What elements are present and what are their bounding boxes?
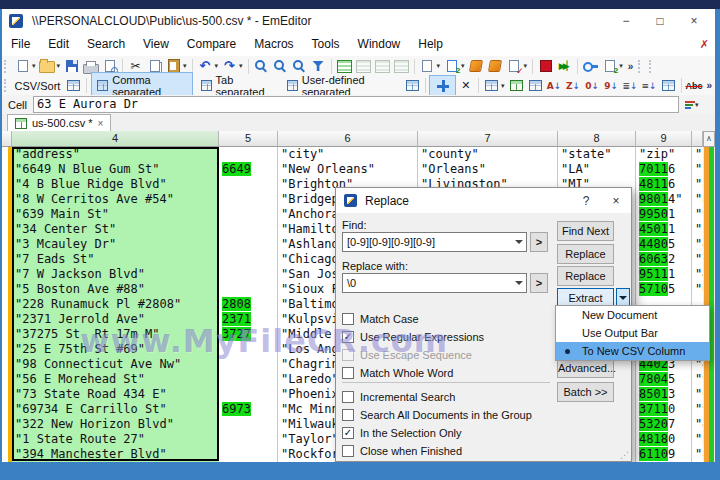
- cell-zip[interactable]: 48116: [636, 177, 692, 192]
- cell-address[interactable]: "7 Eads St": [12, 252, 219, 267]
- sort-az-ascending-icon[interactable]: A↓: [545, 77, 564, 94]
- run-macro-icon[interactable]: ▶▶▏: [555, 58, 574, 75]
- cell-extracted-number[interactable]: 2808: [219, 297, 278, 312]
- open-file-dropdown-icon[interactable]: ▾: [57, 62, 61, 70]
- csv-options-icon[interactable]: [403, 77, 422, 94]
- sort-numeric-descending-icon[interactable]: 9↓: [602, 77, 621, 94]
- find-expand-button[interactable]: >: [530, 232, 548, 252]
- close-button[interactable]: ×: [677, 11, 711, 31]
- menu-compare[interactable]: Compare: [178, 34, 245, 54]
- menu-macros[interactable]: Macros: [245, 34, 302, 54]
- dialog-close-button[interactable]: ×: [601, 194, 631, 208]
- unchecked-checkbox-icon[interactable]: [342, 367, 354, 379]
- macro-start-icon[interactable]: [467, 58, 486, 75]
- cell-zip[interactable]: 98014": [636, 192, 692, 207]
- cell-zip[interactable]: 57105: [636, 282, 692, 297]
- cell-extracted-number[interactable]: [219, 177, 278, 192]
- batch-button[interactable]: Batch >>: [557, 382, 614, 402]
- advanced-filter-icon[interactable]: ▾: [685, 101, 701, 109]
- replace-combobox[interactable]: \0: [342, 273, 527, 293]
- undo-dropdown-icon[interactable]: ▾: [215, 62, 219, 70]
- toolbar-grip[interactable]: [4, 79, 9, 92]
- menu-item-use-output-bar[interactable]: Use Output Bar: [556, 324, 709, 342]
- cell-extracted-number[interactable]: [219, 387, 278, 402]
- sort-za-descending-icon[interactable]: Z↓: [564, 77, 583, 94]
- menu-view[interactable]: View: [134, 34, 178, 54]
- cell-zip[interactable]: 85013: [636, 387, 692, 402]
- save-icon[interactable]: [62, 58, 81, 75]
- cell-phone-partial[interactable]: "6: [692, 387, 703, 402]
- find-combobox[interactable]: [0-9][0-9][0-9][0-9]: [342, 232, 527, 252]
- cell-address[interactable]: "639 Main St": [12, 207, 219, 222]
- move-column-icon[interactable]: [429, 75, 456, 96]
- properties-key-icon[interactable]: [581, 58, 600, 75]
- cell-phone-partial[interactable]: "3: [692, 432, 703, 447]
- cell-phone-partial[interactable]: "9: [692, 207, 703, 222]
- tab-us-500-csv[interactable]: us-500.csv * ×: [7, 114, 111, 131]
- cell-phone-partial[interactable]: "8: [692, 192, 703, 207]
- toolbar-grip[interactable]: [4, 60, 9, 73]
- remove-duplicates-icon[interactable]: Abc: [684, 77, 703, 94]
- macro-save-icon[interactable]: [486, 58, 505, 75]
- cell-phone-partial[interactable]: "5: [692, 162, 703, 177]
- checkbox-use-regular-expressions[interactable]: ✓Use Regular Expressions: [342, 330, 484, 343]
- redo-dropdown-icon[interactable]: ▾: [239, 62, 243, 70]
- cell-zip[interactable]: 37110: [636, 402, 692, 417]
- checkbox-incremental-search[interactable]: Incremental Search: [342, 390, 455, 403]
- menu-edit[interactable]: Edit: [39, 34, 78, 54]
- cell-address[interactable]: "2371 Jerrold Ave": [12, 312, 219, 327]
- cell-address[interactable]: "3 Mcauley Dr": [12, 237, 219, 252]
- csv-tools-icon[interactable]: ✕: [456, 77, 475, 94]
- scripting-icon[interactable]: [600, 58, 619, 75]
- cell-extracted-number[interactable]: [219, 267, 278, 282]
- unchecked-checkbox-icon[interactable]: [342, 409, 354, 421]
- checkbox-search-all-documents-in-the-group[interactable]: Search All Documents in the Group: [342, 408, 532, 421]
- toolbar-overflow-chevron[interactable]: »: [628, 61, 634, 72]
- insert-column-dropdown-icon[interactable]: ▾: [501, 82, 505, 90]
- snippets-icon[interactable]: [418, 58, 437, 75]
- cell-address[interactable]: "394 Manchester Blvd": [12, 447, 219, 462]
- cell-address[interactable]: "69734 E Carrillo St": [12, 402, 219, 417]
- dialog-help-button[interactable]: ?: [571, 194, 601, 208]
- cell-extracted-number[interactable]: [219, 372, 278, 387]
- cell-city[interactable]: "New Orleans": [278, 162, 418, 177]
- column-header-9[interactable]: 9: [636, 131, 692, 147]
- cell-address[interactable]: "56 E Morehead St": [12, 372, 219, 387]
- cell-address[interactable]: "37275 St Rt 17m M": [12, 327, 219, 342]
- toolbar-overflow-chevron[interactable]: »: [706, 80, 712, 91]
- plugins-dropdown-icon[interactable]: ▾: [461, 62, 465, 70]
- cell-address[interactable]: "5 Boston Ave #88": [12, 282, 219, 297]
- cell-zip[interactable]: 99501: [636, 207, 692, 222]
- snippets-dropdown-icon[interactable]: ▾: [437, 62, 441, 70]
- unchecked-checkbox-icon[interactable]: [342, 313, 354, 325]
- checked-checkbox-icon[interactable]: ✓: [342, 331, 354, 343]
- cell-phone-partial[interactable]: "9: [692, 372, 703, 387]
- cell-extracted-number[interactable]: 3727: [219, 327, 278, 342]
- menu-help[interactable]: Help: [409, 34, 452, 54]
- plugins-icon[interactable]: [442, 58, 461, 75]
- cell-zip[interactable]: 44805: [636, 237, 692, 252]
- cell-address[interactable]: "25 E 75th St #69": [12, 342, 219, 357]
- cell-zip[interactable]: "zip": [636, 147, 692, 162]
- cell-phone-partial[interactable]: "4: [692, 267, 703, 282]
- combo-dropdown-icon[interactable]: [511, 240, 526, 244]
- cell-address[interactable]: "1 State Route 27": [12, 432, 219, 447]
- cell-extracted-number[interactable]: 2371: [219, 312, 278, 327]
- cell-address[interactable]: "73 State Road 434 E": [12, 387, 219, 402]
- merge-column-icon[interactable]: [526, 77, 545, 94]
- minimize-button[interactable]: −: [609, 11, 643, 31]
- cell-extracted-number[interactable]: 6973: [219, 402, 278, 417]
- cell-county[interactable]: "county": [418, 147, 558, 162]
- split-column-icon[interactable]: [507, 77, 526, 94]
- close-document-icon[interactable]: ✗: [700, 38, 709, 51]
- csv-mode-icon[interactable]: [64, 77, 83, 94]
- cell-address[interactable]: "6649 N Blue Gum St": [12, 162, 219, 177]
- vertical-scrollbar[interactable]: ∧: [703, 131, 715, 462]
- cell-zip[interactable]: 78045: [636, 372, 692, 387]
- cell-zip[interactable]: 45011: [636, 222, 692, 237]
- menu-item-new-document[interactable]: New Document: [556, 306, 709, 324]
- menu-item-to-new-csv-column[interactable]: To New CSV Column: [556, 342, 709, 360]
- column-header-7[interactable]: 7: [418, 131, 558, 147]
- cell-value-input[interactable]: 63 E Aurora Dr: [33, 96, 679, 113]
- cell-address[interactable]: "34 Center St": [12, 222, 219, 237]
